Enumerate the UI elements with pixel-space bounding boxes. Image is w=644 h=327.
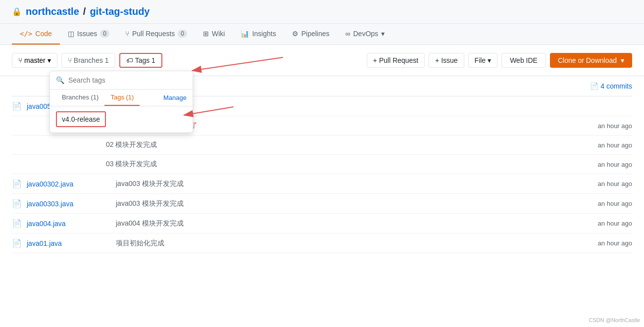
devops-icon: ∞ xyxy=(346,30,350,38)
file-time: an hour ago xyxy=(573,141,632,149)
nav-tabs: </> Code ◫ Issues 0 ⑂ Pull Requests 0 ⊞ … xyxy=(0,24,644,45)
issue-button[interactable]: + Issue xyxy=(429,53,464,68)
tab-insights[interactable]: 📊 Insights xyxy=(233,24,284,45)
issues-icon: ◫ xyxy=(68,30,74,38)
pull-request-button[interactable]: + Pull Request xyxy=(367,53,425,68)
table-row: 📄 java00303.java java003 模块开发完成 an hour … xyxy=(12,194,632,214)
table-row: 📄 java01.java 项目初始化完成 an hour ago xyxy=(12,234,632,253)
file-chevron-icon: ▾ xyxy=(488,56,491,64)
branch-chevron-icon: ▾ xyxy=(48,56,51,64)
lock-icon: 🔒 xyxy=(12,7,22,16)
tags-dropdown: 🔍 Branches (1) Tags (1) Manage v4.0-rele… xyxy=(50,71,193,133)
tab-devops[interactable]: ∞ DevOps ▾ xyxy=(338,24,393,45)
tab-pull-requests[interactable]: ⑂ Pull Requests 0 xyxy=(117,24,195,45)
file-commit: 02 模块开发完成 xyxy=(106,140,573,149)
file-icon: 📄 xyxy=(12,179,22,188)
pr-badge: 0 xyxy=(178,30,187,38)
toolbar-wrapper: ⑂ master ▾ ⑂ Branches 1 🏷 Tags 1 + Pull … xyxy=(0,45,644,76)
tag-item-box: v4.0-release xyxy=(56,111,106,127)
dropdown-tabs: Branches (1) Tags (1) Manage xyxy=(50,90,193,106)
file-icon: 📄 xyxy=(12,219,22,228)
commits-doc-icon: 📄 xyxy=(590,82,598,90)
tag-icon: 🏷 xyxy=(126,56,133,64)
tag-list-item[interactable]: v4.0-release xyxy=(50,106,193,133)
table-row: 📄 java00302.java java003 模块开发完成 an hour … xyxy=(12,174,632,194)
file-icon: 📄 xyxy=(12,101,22,111)
file-time: an hour ago xyxy=(573,200,632,207)
clone-button[interactable]: Clone or Download ▾ xyxy=(550,53,632,68)
file-time: an hour ago xyxy=(573,122,632,130)
header: 🔒 northcastle / git-tag-study xyxy=(0,0,644,24)
file-commit: java003 模块开发完成 xyxy=(116,180,573,188)
search-box: 🔍 xyxy=(50,71,193,90)
repo-owner[interactable]: northcastle xyxy=(26,6,79,17)
web-ide-button[interactable]: Web IDE xyxy=(501,53,546,68)
file-time: an hour ago xyxy=(573,220,632,227)
repo-name[interactable]: git-tag-study xyxy=(90,6,149,17)
file-commit: java004 模块开发完成 xyxy=(116,219,573,228)
file-name[interactable]: java004.java xyxy=(27,220,116,228)
pr-icon: ⑂ xyxy=(125,30,129,38)
file-commit: 03 模块开发完成 xyxy=(106,160,573,169)
branch-icon: ⑂ xyxy=(18,56,22,64)
file-button[interactable]: File ▾ xyxy=(468,53,498,68)
repo-title: 🔒 northcastle / git-tag-study xyxy=(12,6,149,17)
branch-selector-button[interactable]: ⑂ master ▾ xyxy=(12,53,57,68)
dropdown-tab-tags[interactable]: Tags (1) xyxy=(104,90,140,106)
file-commit: java003 模块开发完成 xyxy=(116,199,573,208)
tags-button[interactable]: 🏷 Tags 1 xyxy=(119,53,162,68)
branches-icon: ⑂ xyxy=(68,56,72,64)
repo-sep: / xyxy=(83,6,86,17)
pipelines-icon: ⚙ xyxy=(292,30,298,38)
file-name[interactable]: java00302.java xyxy=(27,180,116,188)
file-time: an hour ago xyxy=(573,180,632,187)
file-time: an hour ago xyxy=(573,161,632,168)
table-row: 📄 java004.java java004 模块开发完成 an hour ag… xyxy=(12,214,632,234)
tag-item-label: v4.0-release xyxy=(62,115,100,123)
file-icon: 📄 xyxy=(12,238,22,248)
tab-wiki[interactable]: ⊞ Wiki xyxy=(195,24,233,45)
tab-pipelines[interactable]: ⚙ Pipelines xyxy=(284,24,338,45)
devops-dropdown-icon: ▾ xyxy=(381,30,385,38)
insights-icon: 📊 xyxy=(241,30,249,38)
search-icon: 🔍 xyxy=(56,76,64,84)
file-commit: 项目初始化完成 xyxy=(116,239,573,248)
commits-link[interactable]: 📄 4 commits xyxy=(590,82,632,90)
table-row: 02 模块开发完成 an hour ago xyxy=(12,136,632,155)
dropdown-manage-link[interactable]: Manage xyxy=(163,90,187,105)
tab-code[interactable]: </> Code xyxy=(12,24,60,45)
issues-badge: 0 xyxy=(100,30,109,38)
search-tags-input[interactable] xyxy=(68,76,187,84)
code-icon: </> xyxy=(20,30,32,38)
file-icon: 📄 xyxy=(12,199,22,208)
table-row: 03 模块开发完成 an hour ago xyxy=(12,155,632,174)
clone-chevron-icon: ▾ xyxy=(621,56,624,64)
branches-button[interactable]: ⑂ Branches 1 xyxy=(61,53,115,68)
tab-issues[interactable]: ◫ Issues 0 xyxy=(60,24,117,45)
file-time: an hour ago xyxy=(573,239,632,247)
dropdown-tab-branches[interactable]: Branches (1) xyxy=(56,90,104,106)
file-name[interactable]: java01.java xyxy=(27,239,116,247)
file-name[interactable]: java00303.java xyxy=(27,200,116,208)
wiki-icon: ⊞ xyxy=(203,30,209,38)
